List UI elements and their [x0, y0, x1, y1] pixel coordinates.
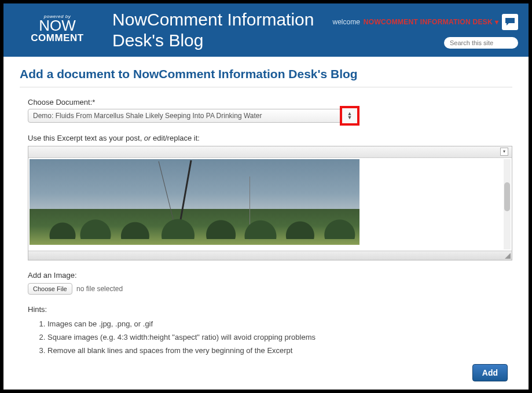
list-item: Square images (e.g. 4:3 width:height "as…	[47, 333, 512, 341]
search-input[interactable]	[444, 37, 518, 49]
hints-label: Hints:	[28, 305, 512, 314]
excerpt-label-or: or	[144, 134, 151, 142]
editor-scrollbar[interactable]	[504, 159, 511, 249]
scrollbar-thumb[interactable]	[504, 182, 510, 211]
stepper-icon[interactable]: ▲▼	[347, 112, 353, 120]
resize-grip-icon[interactable]	[505, 253, 511, 259]
excerpt-label: Use this Excerpt text as your post, or e…	[28, 134, 512, 142]
add-button[interactable]: Add	[472, 364, 508, 381]
hints-list: Images can be .jpg, .png, or .gif Square…	[47, 319, 512, 355]
choose-document-label: Choose Document:*	[28, 98, 512, 106]
user-name: NOWCOMMENT INFORMATION DESK	[364, 18, 493, 26]
document-select[interactable]: Demo: Fluids From Marcellus Shale Likely…	[28, 109, 343, 123]
file-input-row: Choose File no file selected	[28, 283, 512, 295]
editor-toolbar: ▾	[28, 146, 512, 158]
chevron-down-icon: ▾	[495, 18, 498, 26]
form: Choose Document:* Demo: Fluids From Marc…	[28, 98, 512, 355]
editor-footer	[28, 251, 512, 260]
treeline-graphic	[30, 204, 359, 239]
add-image-label: Add an Image:	[28, 271, 512, 280]
excerpt-label-b: edit/replace it:	[151, 134, 200, 142]
user-menu-link[interactable]: NOWCOMMENT INFORMATION DESK ▾	[364, 18, 498, 26]
editor-content-image	[30, 159, 359, 245]
content-heading: Add a document to NowComment Information…	[20, 67, 512, 81]
choose-file-button[interactable]: Choose File	[28, 283, 72, 295]
messages-icon[interactable]	[502, 14, 518, 30]
logo-now: NOW	[20, 19, 95, 32]
logo[interactable]: powered by NOW COMMENT	[20, 8, 95, 44]
list-item: Images can be .jpg, .png, or .gif	[47, 319, 512, 328]
logo-comment: COMMENT	[20, 32, 95, 44]
toolbar-dropdown-icon[interactable]: ▾	[500, 148, 508, 156]
excerpt-editor[interactable]: ▾	[28, 146, 512, 260]
document-select-row: Demo: Fluids From Marcellus Shale Likely…	[28, 109, 512, 126]
user-info: welcome NOWCOMMENT INFORMATION DESK ▾	[332, 14, 518, 30]
welcome-text: welcome	[332, 18, 359, 26]
list-item: Remove all blank lines and spaces from t…	[47, 346, 512, 355]
no-file-text: no file selected	[76, 285, 123, 293]
select-stepper-highlight: ▲▼	[340, 106, 359, 126]
page-title: NowComment Information Desk's Blog	[112, 9, 367, 51]
content-area: Add a document to NowComment Information…	[3, 57, 529, 364]
excerpt-label-a: Use this Excerpt text as your post,	[28, 134, 144, 142]
divider	[20, 87, 512, 87]
document-select-value: Demo: Fluids From Marcellus Shale Likely…	[33, 112, 262, 120]
header-bar: powered by NOW COMMENT NowComment Inform…	[3, 3, 529, 57]
